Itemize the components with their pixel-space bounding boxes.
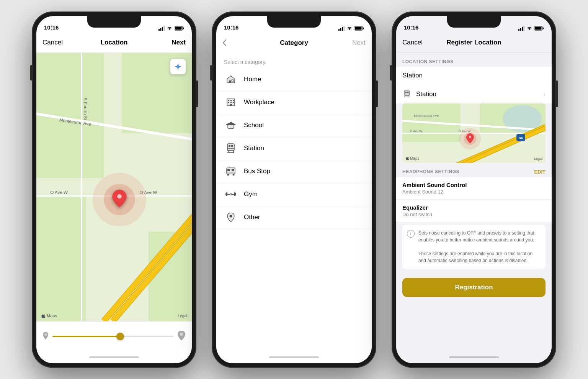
svg-rect-73 — [543, 27, 544, 29]
svg-rect-61 — [226, 192, 227, 196]
pin-large-icon — [177, 331, 186, 342]
station-label: Station — [244, 144, 264, 152]
category-item-gym[interactable]: Gym — [216, 183, 372, 206]
dumbbell-icon — [224, 187, 238, 201]
equalizer-subtitle: Do not switch — [402, 212, 546, 217]
apple-icon — [41, 313, 46, 318]
register-scroll-area[interactable]: LOCATION SETTINGS Station — [396, 53, 552, 352]
screen-2: 10:16 — [216, 16, 372, 363]
svg-rect-37 — [232, 80, 234, 81]
gym-label: Gym — [244, 190, 258, 198]
station-icon-svg — [227, 143, 235, 153]
register-btn-container: Registration — [396, 272, 552, 303]
location-category-row[interactable]: Station › — [396, 85, 552, 103]
phone-3: 10:16 — [392, 11, 556, 368]
ambient-sound-title: Ambient Sound Control — [402, 182, 546, 188]
svg-rect-71 — [524, 26, 525, 31]
registration-button[interactable]: Registration — [402, 278, 546, 297]
maps-watermark-1: Maps — [41, 313, 57, 318]
nav-bar-1: Cancel Location Next — [36, 33, 192, 53]
back-button-2[interactable] — [222, 39, 226, 46]
status-icons-1 — [158, 26, 184, 31]
screen-3: 10:16 — [396, 16, 552, 363]
workplace-icon-svg — [226, 98, 235, 107]
location-name-value: Station — [402, 72, 546, 79]
map-view-1[interactable]: Montezuma Ave O Ave W O Ave W S Fourth S… — [36, 53, 192, 321]
location-settings-card: Station St — [396, 67, 552, 103]
category-item-home[interactable]: Home — [216, 68, 372, 91]
edit-button[interactable]: EDIT — [534, 169, 546, 175]
home-indicator-2 — [269, 356, 319, 358]
cancel-button-1[interactable]: Cancel — [42, 39, 63, 46]
graduation-icon — [224, 118, 238, 132]
category-item-workplace[interactable]: Workplace — [216, 91, 372, 114]
home-indicator-3 — [449, 356, 499, 358]
svg-rect-34 — [363, 27, 364, 29]
building-icon — [224, 95, 238, 109]
info-box: i Sets noise canceling to OFF and preset… — [402, 225, 546, 269]
equalizer-title: Equalizer — [402, 204, 546, 211]
svg-rect-31 — [342, 27, 343, 31]
next-button-1[interactable]: Next — [172, 39, 186, 46]
category-item-other[interactable]: Other — [216, 206, 372, 229]
svg-rect-1 — [160, 28, 162, 31]
equalizer-item: Equalizer Do not switch — [396, 200, 552, 222]
home-label: Home — [244, 75, 261, 83]
svg-text:Montezuma Ave: Montezuma Ave — [414, 113, 439, 117]
svg-rect-66 — [234, 192, 235, 196]
svg-rect-45 — [230, 104, 232, 106]
radius-slider-track[interactable] — [52, 336, 173, 337]
svg-rect-2 — [162, 27, 163, 31]
svg-text:O Ave W: O Ave W — [410, 129, 422, 133]
wifi-icon-2 — [346, 26, 353, 31]
svg-rect-41 — [233, 100, 234, 101]
svg-rect-5 — [183, 27, 184, 29]
svg-text:S Fourth St: S Fourth St — [83, 97, 88, 120]
headphone-settings-card: Ambient Sound Control Ambient Sound 12 E… — [396, 177, 552, 222]
notch-3 — [447, 16, 501, 28]
other-label: Other — [244, 213, 260, 221]
mini-map-view: Montezuma Ave O Ave W O Ave W 84 — [402, 103, 546, 163]
train-icon-row — [403, 90, 411, 98]
signal-icon-2 — [338, 26, 345, 31]
info-icon: i — [407, 230, 415, 238]
home-bar-3 — [396, 352, 552, 363]
notch-2 — [267, 16, 321, 28]
svg-point-28 — [180, 333, 183, 336]
svg-point-100 — [469, 136, 471, 138]
bus-stop-label: Bus Stop — [244, 167, 270, 175]
status-time-3: 10:16 — [404, 24, 418, 31]
apple-icon-mini — [405, 156, 409, 160]
svg-rect-40 — [230, 100, 232, 101]
signal-icon — [158, 26, 165, 31]
svg-rect-74 — [535, 27, 542, 30]
home-icon-svg — [226, 75, 235, 84]
location-button[interactable] — [170, 59, 186, 74]
svg-rect-6 — [175, 27, 182, 30]
cancel-button-3[interactable]: Cancel — [402, 39, 423, 46]
school-label: School — [244, 121, 264, 129]
category-hint: Select a category. — [216, 53, 372, 68]
mini-map-svg: Montezuma Ave O Ave W O Ave W 84 — [402, 103, 546, 163]
svg-rect-3 — [164, 26, 165, 31]
svg-rect-39 — [228, 100, 229, 101]
category-item-station[interactable]: Station — [216, 137, 372, 160]
svg-rect-77 — [407, 92, 409, 93]
headphone-section-header: HEADPHONE SETTINGS EDIT — [396, 163, 552, 177]
next-button-2[interactable]: Next — [352, 39, 366, 47]
screen-1: 10:16 — [36, 16, 192, 363]
home-indicator-1 — [89, 356, 139, 358]
category-item-bus-stop[interactable]: Bus Stop — [216, 160, 372, 183]
svg-point-26 — [117, 194, 122, 199]
legal-label-1: Legal — [178, 314, 187, 318]
svg-rect-10 — [36, 196, 86, 321]
category-item-school[interactable]: School — [216, 114, 372, 137]
slider-fill — [52, 336, 119, 337]
wifi-icon — [167, 26, 173, 31]
location-name-row[interactable]: Station — [396, 67, 552, 85]
svg-point-27 — [44, 333, 47, 336]
page-title-1: Location — [101, 39, 128, 46]
slider-thumb[interactable] — [116, 333, 124, 340]
workplace-label: Workplace — [244, 98, 274, 106]
svg-point-67 — [230, 215, 232, 218]
